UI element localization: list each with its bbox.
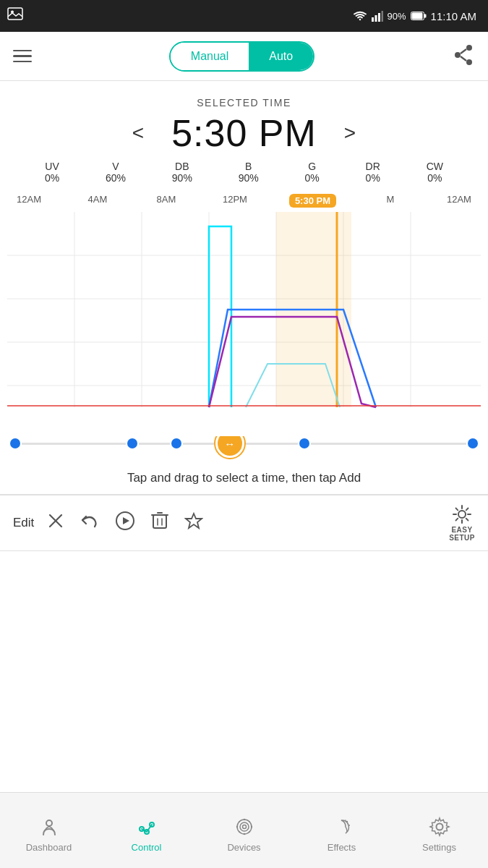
close-button[interactable] — [47, 512, 64, 534]
scrub-dot-5 — [468, 438, 478, 448]
svg-rect-4 — [378, 13, 380, 22]
edit-label: Edit — [13, 516, 34, 530]
chart-container[interactable] — [7, 212, 481, 436]
channel-cw-name: CW — [427, 161, 443, 172]
scrub-dot-2 — [127, 438, 137, 448]
svg-marker-30 — [123, 517, 129, 524]
channel-v-name: V — [112, 161, 119, 172]
svg-line-43 — [456, 519, 458, 521]
status-icons: 90% 11:10 AM — [353, 10, 476, 22]
svg-line-41 — [456, 509, 458, 511]
auto-button[interactable]: Auto — [249, 43, 313, 70]
svg-rect-5 — [381, 11, 383, 22]
svg-point-10 — [455, 52, 461, 58]
svg-rect-3 — [374, 15, 377, 22]
current-time: 5:30 PM — [171, 111, 317, 155]
channel-dr: DR 0% — [366, 161, 380, 184]
time-row: < 5:30 PM > — [0, 111, 488, 155]
chart-svg — [7, 212, 481, 436]
chart-area[interactable] — [0, 212, 488, 436]
next-time-button[interactable]: > — [338, 122, 361, 145]
time-label-m: M — [376, 194, 405, 208]
mode-toggle[interactable]: Manual Auto — [169, 41, 314, 72]
time-label-4am: 4AM — [83, 194, 112, 208]
channel-b-value: 90% — [239, 172, 259, 184]
svg-point-45 — [458, 511, 466, 518]
channel-g-name: G — [308, 161, 316, 172]
channel-db-name: DB — [175, 161, 189, 172]
svg-point-59 — [249, 821, 250, 822]
delete-button[interactable] — [151, 511, 168, 535]
settings-icon — [429, 816, 450, 838]
svg-rect-31 — [153, 515, 166, 528]
scrub-dot-4 — [299, 438, 309, 448]
status-time: 11:10 AM — [431, 10, 476, 22]
scrub-dot-1 — [10, 438, 20, 448]
battery-percent: 90% — [388, 11, 406, 22]
time-label-12pm: 12PM — [221, 194, 249, 208]
channel-g: G 0% — [305, 161, 320, 184]
svg-rect-7 — [424, 14, 426, 18]
svg-point-63 — [345, 820, 346, 821]
channel-cw-value: 0% — [427, 172, 442, 184]
manual-button[interactable]: Manual — [171, 43, 249, 70]
easy-setup-button[interactable]: EASY SETUP — [449, 504, 475, 542]
undo-button[interactable] — [80, 512, 99, 534]
time-label-selected: 5:30 PM — [289, 194, 336, 208]
scrub-dot-3 — [171, 438, 181, 448]
channel-uv-value: 0% — [45, 172, 59, 184]
svg-point-60 — [239, 831, 240, 833]
svg-point-9 — [466, 45, 472, 51]
nav-label-control: Control — [132, 842, 162, 853]
svg-rect-0 — [8, 8, 22, 20]
devices-icon — [234, 816, 255, 838]
svg-point-58 — [249, 831, 250, 833]
svg-point-52 — [242, 825, 246, 828]
battery-icon — [411, 12, 427, 20]
channel-cw: CW 0% — [427, 161, 443, 184]
nav-label-dashboard: Dashboard — [26, 842, 72, 853]
image-icon — [7, 7, 23, 23]
nav-item-devices[interactable]: Devices — [195, 809, 293, 853]
svg-point-11 — [466, 59, 472, 65]
nav-item-control[interactable]: Control — [98, 809, 195, 853]
nav-label-effects: Effects — [328, 842, 356, 853]
share-button[interactable] — [452, 43, 475, 69]
nav-label-settings: Settings — [422, 842, 456, 853]
edit-bar: Edit — [0, 495, 488, 551]
selected-time-label: SELECTED TIME — [0, 97, 488, 109]
prev-time-button[interactable]: < — [127, 122, 150, 145]
svg-point-54 — [243, 833, 244, 834]
nav-item-settings[interactable]: Settings — [390, 809, 488, 853]
channel-db-value: 90% — [172, 172, 192, 184]
hamburger-menu[interactable] — [13, 50, 32, 63]
svg-point-61 — [346, 820, 347, 822]
favorite-button[interactable] — [184, 512, 203, 535]
channel-uv: UV 0% — [45, 161, 59, 184]
dashboard-icon — [38, 816, 60, 838]
time-labels-row: 12AM 4AM 8AM 12PM 5:30 PM M 12AM — [0, 194, 488, 208]
play-button[interactable] — [115, 511, 135, 535]
nav-item-effects[interactable]: Effects — [293, 809, 390, 853]
instruction-text: Tap and drag to select a time, then tap … — [0, 458, 488, 494]
easy-setup-text: EASY SETUP — [449, 526, 475, 542]
channel-v-value: 60% — [106, 172, 126, 184]
svg-point-51 — [240, 822, 249, 831]
nav-item-dashboard[interactable]: Dashboard — [0, 809, 98, 853]
edit-actions: EASY SETUP — [47, 504, 475, 542]
top-nav: Manual Auto — [0, 32, 488, 81]
status-bar: 90% 11:10 AM — [0, 0, 488, 32]
svg-marker-36 — [186, 514, 202, 528]
control-icon — [136, 816, 158, 838]
svg-point-56 — [250, 825, 252, 827]
svg-point-62 — [348, 825, 350, 826]
channel-db: DB 90% — [172, 161, 192, 184]
svg-point-64 — [436, 823, 442, 830]
easy-setup-icon — [452, 504, 472, 524]
channel-uv-name: UV — [45, 161, 59, 172]
channel-dr-value: 0% — [366, 172, 380, 184]
svg-line-44 — [466, 509, 468, 511]
svg-rect-2 — [372, 17, 374, 22]
svg-line-13 — [461, 56, 466, 61]
svg-point-57 — [239, 821, 240, 822]
